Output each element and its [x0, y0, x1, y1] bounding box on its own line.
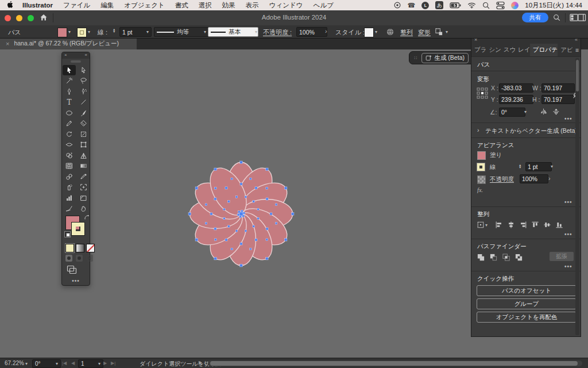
tab-layers[interactable]: レイ: [515, 44, 529, 56]
menu-effect[interactable]: 効果: [217, 1, 241, 10]
menu-edit[interactable]: 編集: [95, 1, 119, 10]
line-segment-tool[interactable]: [77, 97, 90, 108]
transform-more[interactable]: •••: [564, 116, 572, 122]
stroke-color-swatch[interactable]: [77, 28, 87, 37]
paintbrush-tool[interactable]: [77, 108, 90, 118]
phone-status-icon[interactable]: ☎: [408, 2, 416, 9]
recolor-button[interactable]: オブジェクトを再配色: [477, 312, 577, 323]
curvature-tool[interactable]: [77, 86, 90, 97]
x-field[interactable]: -383.03: [499, 83, 533, 93]
siri-icon[interactable]: [511, 2, 519, 9]
align-to-chevron-icon[interactable]: ▾: [485, 223, 488, 228]
menu-select[interactable]: 選択: [194, 1, 217, 10]
input-source-icon[interactable]: あ: [435, 1, 443, 9]
more-options-icon[interactable]: [435, 28, 443, 36]
flip-horizontal-icon[interactable]: [539, 108, 548, 116]
more-options-chevron-icon[interactable]: ▾: [446, 30, 448, 34]
reference-point-icon[interactable]: [476, 87, 489, 99]
w-field[interactable]: 70.197: [541, 83, 575, 93]
perspective-grid-tool[interactable]: [77, 150, 90, 160]
panel-scrollbar-thumb[interactable]: [576, 60, 579, 91]
screen-status-icon[interactable]: [393, 1, 401, 9]
apple-menu[interactable]: [0, 1, 18, 10]
blend-tool[interactable]: [63, 171, 76, 182]
magic-wand-tool[interactable]: [63, 76, 76, 86]
artboard-tool[interactable]: [77, 182, 90, 193]
graph-tool[interactable]: [63, 193, 76, 203]
generate-button[interactable]: 生成 (Beta): [421, 53, 469, 63]
eraser-tool[interactable]: [77, 118, 90, 129]
offset-path-button[interactable]: パスのオフセット: [477, 285, 577, 296]
gradient-mode-button[interactable]: [76, 244, 84, 252]
opacity-popup-icon[interactable]: ›: [325, 28, 327, 34]
stroke-chevron-icon[interactable]: ▾: [88, 30, 90, 34]
rotation-field[interactable]: 0°▾: [32, 359, 61, 368]
default-fill-stroke-icon[interactable]: [64, 231, 71, 237]
stroke-proxy-swatch[interactable]: [72, 223, 84, 235]
t2v-disclosure-icon[interactable]: ›: [477, 126, 479, 133]
globe-icon[interactable]: [386, 28, 394, 36]
pencil-tool[interactable]: [63, 118, 76, 129]
draw-behind-mode-icon[interactable]: [76, 255, 83, 262]
hand-tool[interactable]: [77, 204, 90, 214]
spotlight-icon[interactable]: [482, 2, 490, 9]
stroke-width-field[interactable]: 1 pt▾: [119, 27, 152, 37]
pathfinder-unite-icon[interactable]: [477, 253, 485, 262]
brush-dropdown[interactable]: 基本: [208, 27, 258, 37]
share-button[interactable]: 共有: [522, 13, 548, 22]
battery-icon[interactable]: [450, 2, 461, 9]
slice-tool[interactable]: [77, 193, 90, 203]
menu-window[interactable]: ウィンドウ: [264, 1, 308, 10]
appearance-opacity-label[interactable]: 不透明度: [490, 175, 514, 183]
zoom-level[interactable]: 67.22%: [5, 360, 24, 366]
menu-object[interactable]: オブジェクト: [119, 1, 170, 10]
type-tool[interactable]: T: [63, 97, 76, 108]
taskbar-grip-icon[interactable]: ⁞⁞: [414, 55, 417, 60]
control-center-icon[interactable]: [496, 1, 505, 10]
swap-fill-stroke-icon[interactable]: [84, 214, 90, 220]
zoom-chevron-icon[interactable]: ▾: [25, 362, 28, 366]
menu-type[interactable]: 書式: [170, 1, 194, 10]
align-to-icon[interactable]: [477, 221, 485, 229]
align-vcenter-icon[interactable]: [543, 221, 551, 229]
tab-brushes[interactable]: ブラ: [471, 44, 486, 56]
tools-panel-header[interactable]: × «: [62, 52, 90, 59]
tab-swatches[interactable]: スウ: [501, 44, 515, 56]
align-top-icon[interactable]: [531, 221, 539, 229]
selection-tool[interactable]: [63, 65, 76, 75]
first-artboard-icon[interactable]: |◀: [62, 361, 67, 366]
fill-chevron-icon[interactable]: ▾: [68, 30, 71, 34]
flip-vertical-icon[interactable]: [552, 108, 560, 116]
tab-appearance[interactable]: アピ: [558, 44, 572, 56]
menu-file[interactable]: ファイル: [58, 1, 95, 10]
lasso-tool[interactable]: [77, 76, 90, 86]
align-right-icon[interactable]: [519, 221, 527, 229]
angle-field[interactable]: 0°: [499, 108, 525, 117]
align-hcenter-icon[interactable]: [507, 221, 515, 229]
direct-selection-tool[interactable]: [77, 65, 90, 75]
group-button[interactable]: グループ: [477, 298, 577, 309]
wifi-icon[interactable]: [467, 2, 476, 9]
ellipse-tool[interactable]: [63, 108, 76, 118]
horizontal-scrollbar-thumb[interactable]: [210, 361, 578, 366]
menu-view[interactable]: 表示: [241, 1, 264, 10]
workspace-layout-icon[interactable]: [570, 14, 578, 21]
brush-chevron-icon[interactable]: ▾: [255, 30, 257, 34]
appearance-fill-swatch[interactable]: [477, 151, 486, 160]
tab-symbols[interactable]: シン: [486, 44, 500, 56]
appearance-stroke-chevron-icon[interactable]: ▾: [551, 164, 553, 169]
menu-bar-clock[interactable]: 10月15日(火) 14:44: [525, 1, 582, 10]
appearance-more[interactable]: •••: [564, 199, 572, 205]
collapse-tools-icon[interactable]: «: [85, 52, 87, 57]
pathfinder-intersect-icon[interactable]: [502, 253, 510, 262]
width-profile-dropdown[interactable]: 均等▾: [154, 27, 209, 37]
pathfinder-more[interactable]: •••: [564, 263, 572, 270]
pathfinder-minus-front-icon[interactable]: [489, 253, 498, 262]
menu-help[interactable]: ヘルプ: [308, 1, 339, 10]
fx-label[interactable]: fx.: [477, 187, 483, 193]
align-bottom-icon[interactable]: [555, 221, 563, 229]
draw-inside-mode-icon[interactable]: [86, 255, 93, 262]
menu-app-name[interactable]: Illustrator: [18, 2, 58, 9]
eyedropper-tool[interactable]: [77, 171, 90, 182]
style-swatch[interactable]: [364, 28, 374, 37]
